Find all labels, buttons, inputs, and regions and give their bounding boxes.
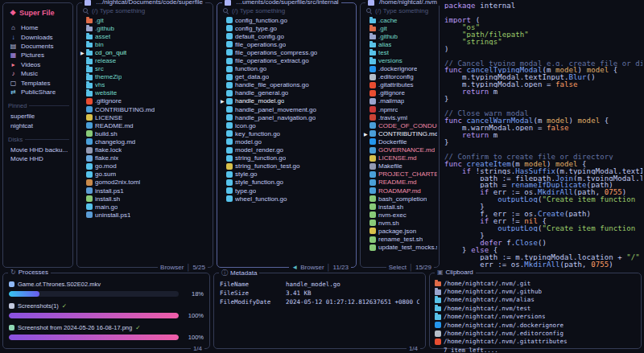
file-row[interactable]: ROADMAP.md	[362, 187, 437, 195]
file-row[interactable]: style_function.go	[219, 179, 354, 187]
pinned-item[interactable]: superfile	[3, 112, 72, 121]
sidebar-item[interactable]: ↓ Downloads	[3, 32, 72, 41]
file-row[interactable]: install.sh	[362, 203, 437, 211]
file-row[interactable]: README.md	[362, 179, 437, 187]
file-row[interactable]: CODE_OF_CONDUCT.md	[362, 121, 437, 129]
file-row[interactable]: install.sh	[79, 195, 211, 203]
file-row[interactable]: handle_panel_navigation.go	[219, 113, 354, 121]
file-row[interactable]: .github	[79, 24, 211, 32]
file-row[interactable]: icon.go	[219, 121, 354, 129]
sidebar-item[interactable]: ▢ Templates	[3, 78, 72, 87]
file-row[interactable]: go.sum	[79, 170, 211, 179]
file-row[interactable]: uninstall.ps1	[79, 211, 211, 219]
process-name: Game.of.Thrones.S02E02.mkv	[18, 281, 101, 288]
file-row[interactable]: .git	[79, 16, 211, 24]
file-row[interactable]: .git	[362, 24, 437, 32]
file-row[interactable]: README.md	[79, 121, 211, 129]
file-row[interactable]: Makefile	[362, 162, 437, 170]
file-row[interactable]: ▶ CONTRIBUTING.md	[362, 129, 437, 138]
file-row[interactable]: src	[79, 65, 211, 73]
file-row[interactable]: flake.lock	[79, 146, 211, 154]
file-row[interactable]: release	[79, 56, 211, 64]
file-row[interactable]: get_data.go	[219, 73, 354, 81]
file-row[interactable]: .gitignore	[362, 89, 437, 97]
file-row[interactable]: wheel_function.go	[219, 195, 354, 203]
file-row[interactable]: .gitattributes	[362, 81, 437, 89]
file-row[interactable]: alias	[362, 40, 437, 48]
sidebar-item[interactable]: ♪ Music	[3, 69, 72, 78]
file-row[interactable]: .npmrc	[362, 105, 437, 113]
sidebar-item[interactable]: ⇄ PublicShare	[3, 88, 72, 96]
file-row[interactable]: type.go	[219, 187, 354, 195]
file-row[interactable]: website	[79, 89, 211, 97]
file-row[interactable]: .editorconfig	[362, 73, 437, 81]
pinned-item[interactable]: nightcat	[3, 121, 72, 130]
file-row[interactable]: asset	[79, 32, 211, 40]
file-row[interactable]: ▶ cd_on_quit	[79, 48, 211, 56]
file-row[interactable]: model.go	[219, 138, 354, 146]
file-row[interactable]: key_function.go	[219, 129, 354, 138]
file-row[interactable]: .gitignore	[79, 97, 211, 105]
file-row[interactable]: versions	[362, 56, 437, 64]
file-row[interactable]: nvm-exec	[362, 211, 437, 219]
file-row[interactable]: main.go	[79, 203, 211, 211]
file-row[interactable]: vhs	[79, 81, 211, 89]
panel-mode-label: Browser	[160, 264, 184, 271]
file-row[interactable]: LICENSE.md	[362, 154, 437, 162]
file-row[interactable]: string_function_test.go	[219, 162, 354, 170]
file-row[interactable]: .mailmap	[362, 97, 437, 105]
file-row[interactable]: file_operations.go	[219, 40, 354, 48]
file-row[interactable]: style.go	[219, 170, 354, 179]
file-row[interactable]: string_function.go	[219, 154, 354, 162]
file-row[interactable]: handle_file_operations.go	[219, 81, 354, 89]
file-row[interactable]: ▶ handle_model.go	[219, 97, 354, 105]
file-panel-1[interactable]: …/nightcat/Documents/code/superfile (/) …	[76, 2, 213, 268]
progress-row: 100%	[9, 334, 204, 341]
sidebar-item[interactable]: ⌂ Home	[3, 23, 72, 32]
file-name: wheel_function.go	[235, 195, 287, 203]
file-row[interactable]: handle_general.go	[219, 89, 354, 97]
file-row[interactable]: .dockerignore	[362, 65, 437, 73]
file-row[interactable]: .github	[362, 32, 437, 40]
file-row[interactable]: nvm.sh	[362, 219, 437, 227]
clipboard-item-icon	[435, 306, 441, 312]
disk-item[interactable]: Movie HHD backu...	[3, 146, 72, 154]
file-row[interactable]: handle_panel_movement.go	[219, 105, 354, 113]
sidebar-item[interactable]: ▸ Videos	[3, 60, 72, 69]
file-row[interactable]: test	[362, 48, 437, 56]
sidebar-item[interactable]: ▤ Documents	[3, 42, 72, 51]
sidebar-item[interactable]: ▦ Pictures	[3, 51, 72, 60]
file-row[interactable]: PROJECT_CHARTER.md	[362, 170, 437, 179]
file-row[interactable]: default_config.go	[219, 32, 354, 40]
file-row[interactable]: build.sh	[79, 129, 211, 138]
file-row[interactable]: bash_completion	[362, 195, 437, 203]
file-row[interactable]: file_operations_extract.go	[219, 56, 354, 64]
file-row[interactable]: gomod2nix.toml	[79, 179, 211, 187]
file-row[interactable]: package.json	[362, 227, 437, 235]
file-row[interactable]: config_function.go	[219, 16, 354, 24]
file-row[interactable]: themeZip	[79, 73, 211, 81]
file-row[interactable]: .cache	[362, 16, 437, 24]
file-icon	[86, 122, 93, 129]
file-panel-2[interactable]: …uments/code/superfile/src/internal (/) …	[217, 2, 357, 268]
file-row[interactable]: go.mod	[79, 162, 211, 170]
file-row[interactable]: install.ps1	[79, 187, 211, 195]
file-row[interactable]: .travis.yml	[362, 113, 437, 121]
file-row[interactable]: rename_test.sh	[362, 236, 437, 244]
clipboard-item-icon	[435, 339, 441, 345]
file-row[interactable]: bin	[79, 40, 211, 48]
file-row[interactable]: CONTRIBUTING.md	[79, 105, 211, 113]
disk-item[interactable]: Movie HHD	[3, 154, 72, 163]
file-panel-3[interactable]: /home/nightcat/.nvm (/) Type something .…	[360, 2, 440, 268]
file-row[interactable]: function.go	[219, 65, 354, 73]
check-icon: ✓	[135, 324, 140, 331]
file-row[interactable]: LICENSE	[79, 113, 211, 121]
file-row[interactable]: update_test_mocks.sh	[362, 244, 437, 252]
file-row[interactable]: file_operations_compress.go	[219, 48, 354, 56]
file-row[interactable]: Dockerfile	[362, 138, 437, 146]
file-row[interactable]: model_render.go	[219, 146, 354, 154]
file-row[interactable]: config_type.go	[219, 24, 354, 32]
file-row[interactable]: changelog.md	[79, 138, 211, 146]
file-row[interactable]: GOVERNANCE.md	[362, 146, 437, 154]
file-row[interactable]: flake.nix	[79, 154, 211, 162]
